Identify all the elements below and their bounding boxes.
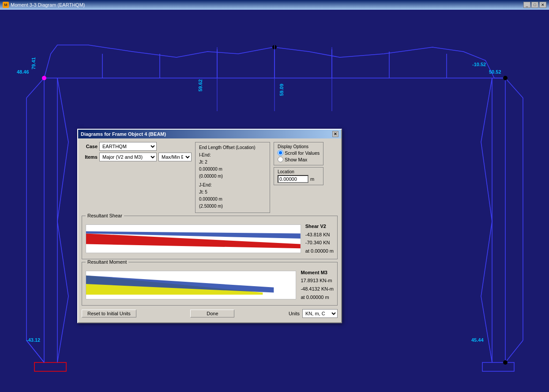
node-right-bottom bbox=[503, 360, 508, 365]
moment-labels: Moment M3 17.8913 KN-m -48.4132 KN-m at … bbox=[301, 269, 334, 302]
node-right-top bbox=[503, 76, 508, 80]
location-box: Location m bbox=[274, 167, 323, 185]
svg-line-26 bbox=[481, 221, 492, 296]
j-end-val2: (2.50000 m) bbox=[199, 203, 223, 210]
shear-labels: Shear V2 -43.818 KN -70.340 KN at 0.0000… bbox=[305, 222, 334, 255]
case-select[interactable]: EARTHQM bbox=[99, 142, 157, 151]
svg-line-28 bbox=[26, 340, 44, 362]
location-input[interactable] bbox=[278, 175, 308, 183]
label-48: 48.46 bbox=[17, 69, 29, 75]
svg-line-24 bbox=[481, 78, 492, 142]
items-label: Items bbox=[82, 154, 98, 160]
offset-title: End Length Offset (Location) bbox=[199, 145, 266, 150]
showmax-label: Show Max bbox=[285, 157, 307, 162]
moment-val3: at 0.00000 m bbox=[301, 293, 334, 302]
resultant-moment-section: Resultant Moment Moment M3 bbox=[82, 262, 338, 306]
app-icon: M bbox=[3, 2, 9, 8]
title-bar-buttons[interactable]: _ □ ✕ bbox=[523, 2, 546, 8]
minimize-button[interactable]: _ bbox=[523, 2, 530, 8]
units-label: Units bbox=[289, 311, 300, 316]
title-bar-left: M Moment 3-3 Diagram (EARTHQM) bbox=[3, 2, 85, 8]
j-end-val1: 0.000000 m bbox=[199, 196, 223, 203]
svg-line-27 bbox=[481, 296, 492, 362]
items-select2[interactable]: Max/Min Env bbox=[158, 153, 192, 161]
i-end-label: I-End: bbox=[199, 152, 223, 159]
dialog-title-text: Diagrams for Frame Object 4 (BEAM) bbox=[81, 131, 166, 137]
location-title: Location bbox=[278, 169, 320, 174]
label-5909: 59.09 bbox=[279, 84, 284, 96]
moment-chart-svg bbox=[86, 271, 296, 299]
dialog-close-button[interactable]: ✕ bbox=[332, 131, 338, 137]
svg-line-17 bbox=[57, 78, 68, 142]
close-button[interactable]: ✕ bbox=[539, 2, 546, 8]
done-button[interactable]: Done bbox=[190, 310, 234, 317]
shear-label-title: Shear V2 bbox=[305, 222, 334, 231]
j-end-jt: Jt: 5 bbox=[199, 189, 223, 196]
svg-line-18 bbox=[57, 142, 68, 221]
i-end-val2: (0.00000 m) bbox=[199, 173, 223, 180]
svg-line-21 bbox=[505, 78, 523, 98]
showmax-radio[interactable] bbox=[278, 157, 283, 162]
title-bar: M Moment 3-3 Diagram (EARTHQM) _ □ ✕ bbox=[0, 0, 549, 10]
moment-label-title: Moment M3 bbox=[301, 269, 334, 277]
dialog-title-bar: Diagrams for Frame Object 4 (BEAM) ✕ bbox=[78, 130, 341, 138]
moment-content: Moment M3 17.8913 KN-m -48.4132 KN-m at … bbox=[82, 267, 337, 305]
svg-rect-2 bbox=[34, 362, 66, 371]
label-5052: 50.52 bbox=[489, 69, 501, 75]
location-unit: m bbox=[310, 176, 314, 182]
svg-line-23 bbox=[505, 340, 523, 362]
moment-val1: 17.8913 KN-m bbox=[301, 276, 334, 285]
svg-line-20 bbox=[57, 296, 68, 362]
shear-chart bbox=[86, 224, 301, 253]
case-items-section: Case EARTHQM Items Major (V2 and M3) Max… bbox=[82, 142, 192, 213]
shear-chart-svg bbox=[86, 225, 301, 253]
end-length-offset-box: End Length Offset (Location) I-End: Jt: … bbox=[195, 142, 270, 213]
scroll-radio-row: Scroll for Values bbox=[278, 150, 320, 156]
svg-line-19 bbox=[57, 221, 68, 296]
shear-title: Resultant Shear bbox=[86, 213, 124, 218]
units-section: Units KN, m, C bbox=[289, 309, 338, 318]
scroll-radio[interactable] bbox=[278, 150, 283, 156]
showmax-radio-row: Show Max bbox=[278, 157, 320, 162]
svg-rect-5 bbox=[482, 362, 514, 371]
scroll-label: Scroll for Values bbox=[285, 150, 320, 156]
moment-title: Resultant Moment bbox=[86, 259, 128, 265]
resultant-shear-section: Resultant Shear Shear V2 - bbox=[82, 216, 338, 259]
case-row: Case EARTHQM bbox=[82, 142, 192, 151]
display-options-box: Display Options Scroll for Values Show M… bbox=[274, 142, 323, 165]
i-end-val1: 0.000000 m bbox=[199, 166, 223, 173]
svg-line-14 bbox=[26, 78, 44, 98]
shear-val1: -43.818 KN bbox=[305, 231, 334, 239]
i-end-jt: Jt: 2 bbox=[199, 159, 223, 166]
dialog-top-section: Case EARTHQM Items Major (V2 and M3) Max… bbox=[82, 142, 338, 213]
canvas-area: 48.46 79.41 59.62 59.09 -10.52 50.52 -43… bbox=[0, 10, 549, 392]
items-select1[interactable]: Major (V2 and M3) bbox=[99, 153, 157, 161]
case-label: Case bbox=[82, 144, 98, 149]
reset-button[interactable]: Reset to Initial Units bbox=[82, 310, 136, 317]
location-row: m bbox=[278, 175, 320, 183]
shear-val3: at 0.00000 m bbox=[305, 247, 334, 255]
moment-chart bbox=[86, 271, 296, 299]
j-end-label: J-End: bbox=[199, 182, 223, 189]
moment-val2: -48.4132 KN-m bbox=[301, 285, 334, 293]
window-title: Moment 3-3 Diagram (EARTHQM) bbox=[11, 2, 85, 7]
dialog-bottom-bar: Reset to Initial Units Done Units KN, m,… bbox=[82, 308, 338, 319]
items-row: Items Major (V2 and M3) Max/Min Env bbox=[82, 153, 192, 161]
label-neg43: -43.12 bbox=[26, 337, 40, 343]
svg-line-25 bbox=[481, 142, 492, 221]
units-select[interactable]: KN, m, C bbox=[302, 309, 338, 318]
options-location-section: Display Options Scroll for Values Show M… bbox=[274, 142, 323, 213]
label-79: 79.41 bbox=[31, 57, 36, 70]
offset-content: I-End: Jt: 2 0.000000 m (0.00000 m) J-En… bbox=[199, 152, 266, 210]
shear-val2: -70.340 KN bbox=[305, 239, 334, 247]
label-neg10: -10.52 bbox=[472, 62, 486, 67]
dialog-body: Case EARTHQM Items Major (V2 and M3) Max… bbox=[78, 138, 341, 322]
display-options-title: Display Options bbox=[278, 144, 320, 149]
label-5962: 59.62 bbox=[198, 79, 203, 92]
label-4544: 45.44 bbox=[471, 337, 484, 343]
i-end-col: I-End: Jt: 2 0.000000 m (0.00000 m) J-En… bbox=[199, 152, 223, 210]
shear-content: Shear V2 -43.818 KN -70.340 KN at 0.0000… bbox=[82, 220, 337, 259]
maximize-button[interactable]: □ bbox=[531, 2, 538, 8]
dialog: Diagrams for Frame Object 4 (BEAM) ✕ Cas… bbox=[77, 129, 342, 323]
node-left-top bbox=[42, 76, 46, 80]
